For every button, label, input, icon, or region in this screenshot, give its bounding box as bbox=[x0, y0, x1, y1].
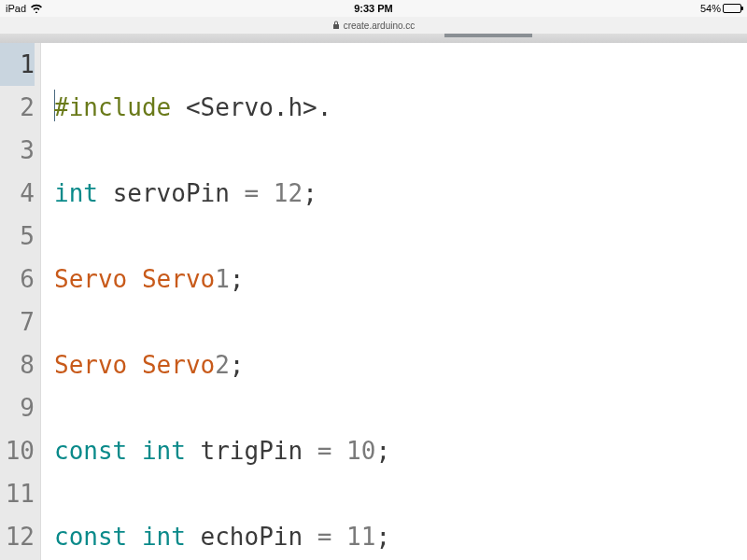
line-gutter: 1 2 3 4 5 6 7 8 9 10 11 12 bbox=[0, 43, 41, 560]
line-number: 10 bbox=[0, 429, 35, 472]
address-url: create.arduino.cc bbox=[344, 21, 416, 31]
tab-strip bbox=[0, 34, 747, 43]
line-number: 7 bbox=[0, 301, 35, 343]
code-line[interactable]: Servo Servo1; bbox=[54, 258, 507, 301]
status-time: 9:33 PM bbox=[354, 3, 393, 14]
line-number: 5 bbox=[0, 215, 35, 258]
line-number: 9 bbox=[0, 386, 35, 429]
lock-icon bbox=[332, 21, 340, 31]
ios-status-bar: iPad 9:33 PM 54% bbox=[0, 0, 747, 17]
line-number: 2 bbox=[0, 86, 35, 129]
line-number: 3 bbox=[0, 129, 35, 172]
code-line[interactable]: #include <Servo.h>. bbox=[54, 86, 507, 129]
line-number: 12 bbox=[0, 515, 35, 558]
code-line[interactable]: int servoPin = 12; bbox=[54, 172, 507, 215]
line-number: 1 bbox=[0, 43, 35, 86]
line-number: 4 bbox=[0, 172, 35, 215]
wifi-icon bbox=[30, 3, 43, 15]
battery-icon bbox=[723, 4, 741, 13]
browser-address-bar[interactable]: create.arduino.cc bbox=[0, 17, 747, 34]
tab-accent bbox=[444, 34, 532, 37]
code-line[interactable]: const int trigPin = 10; bbox=[54, 429, 507, 472]
battery-percent: 54% bbox=[700, 3, 721, 14]
line-number: 8 bbox=[0, 343, 35, 386]
code-line[interactable]: const int echoPin = 11; bbox=[54, 515, 507, 558]
line-number: 6 bbox=[0, 258, 35, 301]
code-editor[interactable]: 1 2 3 4 5 6 7 8 9 10 11 12 #include <Ser… bbox=[0, 43, 747, 560]
line-number: 11 bbox=[0, 472, 35, 515]
status-left: iPad bbox=[6, 3, 43, 15]
code-area[interactable]: #include <Servo.h>. int servoPin = 12; S… bbox=[41, 43, 507, 560]
device-label: iPad bbox=[6, 3, 26, 14]
status-right: 54% bbox=[700, 3, 741, 14]
code-line[interactable]: Servo Servo2; bbox=[54, 343, 507, 386]
